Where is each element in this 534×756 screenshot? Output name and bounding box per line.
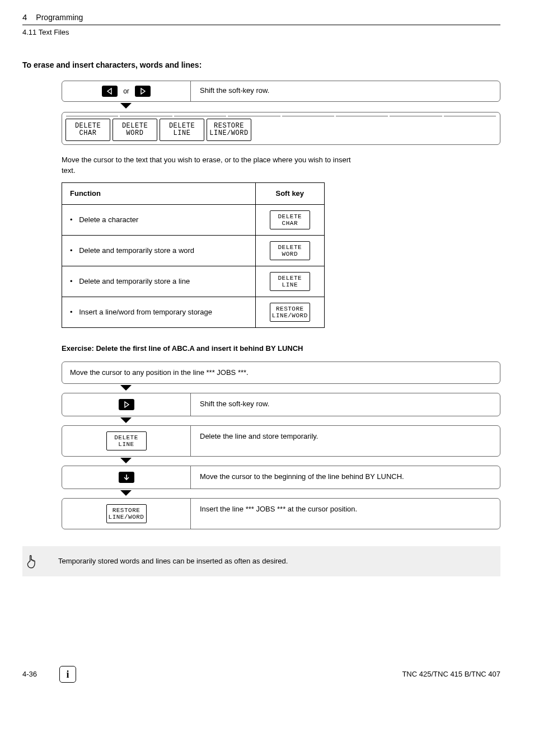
- th-softkey: Soft key: [255, 182, 324, 204]
- svg-marker-2: [125, 402, 129, 407]
- shift-softkey-box: or Shift the soft-key row.: [62, 81, 500, 102]
- softkey-delete-line[interactable]: DELETE LINE: [160, 119, 204, 141]
- flow-step-4: Move the cursor to the beginning of the …: [62, 466, 500, 489]
- table-row: • Delete and temporarily store a word DE…: [62, 235, 325, 266]
- flow-arrow: [62, 384, 190, 393]
- flow-step-1: Move the cursor to any position in the l…: [62, 361, 500, 384]
- flow-arrow: [62, 457, 190, 466]
- svg-marker-1: [141, 88, 145, 94]
- section-number: 4.11: [22, 28, 36, 36]
- softkey-delete-word[interactable]: DELETE WORD: [113, 119, 157, 141]
- softkey-delete-word[interactable]: DELETE WORD: [270, 241, 310, 260]
- arrow-down-key[interactable]: [119, 472, 134, 483]
- softkey-delete-char[interactable]: DELETE CHAR: [270, 210, 310, 229]
- chapter-number: 4: [22, 11, 27, 23]
- info-icon: i: [59, 666, 76, 683]
- shift-instruction: Shift the soft-key row.: [191, 81, 500, 101]
- fn-text: Insert a line/word from temporary storag…: [79, 307, 212, 317]
- softkey-restore-line-word[interactable]: RESTORE LINE/WORD: [106, 504, 147, 523]
- shift-keys-group: or: [62, 81, 191, 101]
- function-table: Function Soft key • Delete a character D…: [62, 182, 325, 328]
- arrow-left-key[interactable]: [102, 86, 118, 97]
- flow-step-3-text: Delete the line and store temporarily.: [191, 426, 500, 456]
- page-footer: 4-36 i TNC 425/TNC 415 B/TNC 407: [22, 666, 500, 683]
- or-label: or: [123, 87, 129, 96]
- note-box: Temporarily stored words and lines can b…: [22, 546, 500, 576]
- flow-step-5: RESTORE LINE/WORD Insert the line *** JO…: [62, 498, 500, 529]
- softkey-restore-line-word[interactable]: RESTORE LINE/WORD: [207, 119, 251, 141]
- arrow-right-key[interactable]: [135, 86, 151, 97]
- fn-text: Delete and temporarily store a line: [79, 276, 190, 287]
- softkey-bar: DELETE CHAR DELETE WORD DELETE LINE REST…: [62, 112, 500, 145]
- intro-paragraph: Move the cursor to the text that you wis…: [62, 155, 353, 175]
- exercise-heading: Exercise: Delete the first line of ABC.A…: [62, 344, 500, 354]
- softkey-delete-char[interactable]: DELETE CHAR: [65, 119, 110, 141]
- softkey-delete-line[interactable]: DELETE LINE: [106, 431, 147, 450]
- softkey-line2: LINE: [174, 130, 191, 137]
- arrow-right-key[interactable]: [119, 399, 134, 410]
- th-function: Function: [62, 182, 256, 204]
- heading-erase-insert: To erase and insert characters, words an…: [22, 60, 500, 71]
- page-number: 4-36: [22, 669, 37, 679]
- flow-step-3: DELETE LINE Delete the line and store te…: [62, 425, 500, 457]
- softkey-line2: CHAR: [79, 130, 97, 137]
- hand-icon: [22, 552, 45, 571]
- flow-step-2: Shift the soft-key row.: [62, 393, 500, 416]
- flow-arrow: [62, 416, 190, 425]
- table-row: • Insert a line/word from temporary stor…: [62, 297, 325, 327]
- section-header: 4.11 Text Files: [22, 27, 500, 37]
- fn-text: Delete and temporarily store a word: [79, 246, 194, 256]
- softkey-restore-line-word[interactable]: RESTORE LINE/WORD: [270, 303, 310, 322]
- chapter-title: Programming: [36, 12, 83, 24]
- flow-step-2-text: Shift the soft-key row.: [191, 393, 500, 416]
- softkey-line2: WORD: [127, 130, 144, 137]
- flow-step-5-text: Insert the line *** JOBS *** at the curs…: [191, 499, 500, 529]
- softkey-line2: LINE/WORD: [209, 130, 248, 137]
- table-row: • Delete and temporarily store a line DE…: [62, 266, 325, 297]
- note-text: Temporarily stored words and lines can b…: [58, 556, 288, 566]
- flow-step-4-text: Move the cursor to the beginning of the …: [191, 466, 500, 489]
- section-title: Text Files: [39, 28, 69, 36]
- page-header: 4 Programming: [22, 11, 500, 25]
- flow-arrow-1: [62, 102, 190, 112]
- fn-text: Delete a character: [79, 215, 138, 225]
- svg-marker-0: [107, 88, 111, 94]
- model-label: TNC 425/TNC 415 B/TNC 407: [402, 669, 500, 679]
- softkey-delete-line[interactable]: DELETE LINE: [270, 272, 310, 291]
- flow-arrow: [62, 489, 190, 498]
- table-row: • Delete a character DELETE CHAR: [62, 204, 325, 235]
